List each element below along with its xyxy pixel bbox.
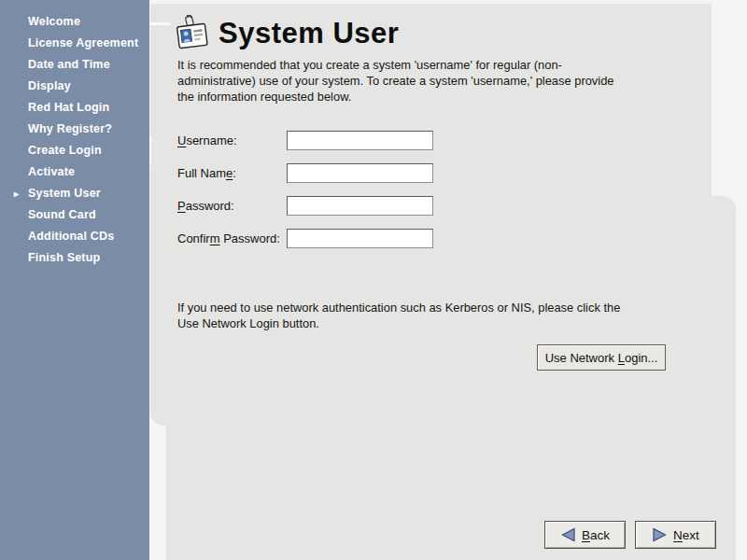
sidebar-item-license-agreement: License Agreement (0, 33, 149, 54)
sidebar-item-create-login: Create Login (0, 140, 149, 161)
sidebar-item-additional-cds: Additional CDs (0, 226, 149, 247)
intro-text: It is recommended that you create a syst… (177, 57, 663, 105)
text-line: It is recommended that you create a syst… (177, 57, 663, 73)
sidebar-item-display: Display (0, 76, 149, 97)
sidebar-item-sound-card: Sound Card (0, 204, 149, 226)
full-name-label: Full Name: (177, 163, 287, 183)
next-button-label: Next (673, 528, 699, 542)
use-network-login-button[interactable]: Use Network Login... (537, 344, 666, 371)
network-auth-text: If you need to use network authenticatio… (177, 300, 663, 331)
id-badge-icon (176, 15, 209, 52)
confirm-password-input[interactable] (287, 229, 433, 248)
confirm-password-row: Confirm Password: (177, 229, 287, 249)
next-arrow-icon (652, 527, 668, 542)
confirm-password-label: Confirm Password: (177, 229, 287, 248)
content-panel-lower (166, 196, 736, 560)
active-step-arrow-icon: ▸ (14, 183, 19, 204)
text-line: If you need to use network authenticatio… (177, 300, 663, 315)
text-line: Use Network Login button. (177, 315, 663, 331)
sidebar: Welcome License Agreement Date and Time … (0, 0, 149, 560)
full-name-row: Full Name: (177, 163, 287, 184)
sidebar-connector-line (149, 22, 171, 25)
sidebar-item-activate: Activate (0, 161, 149, 183)
full-name-input[interactable] (287, 163, 433, 183)
sidebar-item-welcome: Welcome (0, 11, 149, 33)
back-button-label: Back (582, 528, 610, 542)
sidebar-item-finish-setup: Finish Setup (0, 247, 149, 269)
password-input[interactable] (287, 196, 433, 216)
back-button[interactable]: Back (544, 521, 626, 549)
username-input[interactable] (287, 131, 433, 150)
firstboot-window: Welcome License Agreement Date and Time … (0, 0, 747, 560)
pane-handle (149, 136, 151, 165)
username-label: Username: (177, 131, 287, 150)
text-line: administrative) use of your system. To c… (177, 73, 663, 89)
sidebar-item-why-register: Why Register? (0, 119, 149, 140)
sidebar-item-system-user: ▸ System User (0, 183, 149, 204)
back-arrow-icon (560, 527, 576, 542)
page-title: System User (218, 17, 399, 50)
text-line: the information requested below. (177, 89, 663, 105)
sidebar-item-red-hat-login: Red Hat Login (0, 97, 149, 119)
username-row: Username: (177, 131, 287, 151)
page-header: System User (176, 13, 399, 54)
password-row: Password: (177, 196, 287, 217)
next-button[interactable]: Next (635, 521, 716, 549)
sidebar-item-date-and-time: Date and Time (0, 54, 149, 76)
password-label: Password: (177, 196, 287, 216)
